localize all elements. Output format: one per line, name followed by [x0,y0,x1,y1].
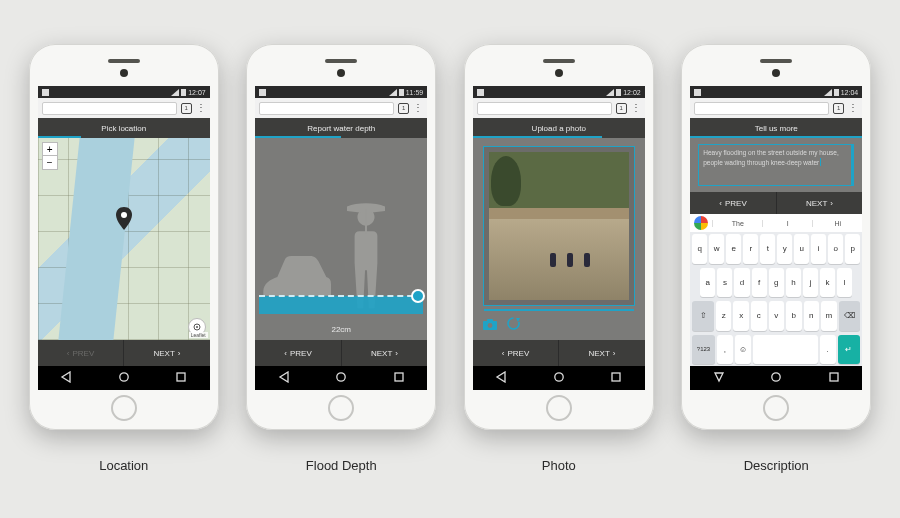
svg-point-3 [121,212,127,218]
key-g[interactable]: g [769,268,784,298]
next-button[interactable]: NEXT› [559,340,645,366]
svg-rect-12 [365,209,367,234]
phone-description: 12:04 1 ⋮ Tell us more Heavy flooding on… [681,44,871,430]
next-button[interactable]: NEXT› [342,340,428,366]
svg-point-14 [337,373,345,381]
next-button[interactable]: NEXT› [777,192,863,214]
back-icon[interactable] [495,369,507,387]
home-icon[interactable] [118,369,130,387]
suggestion[interactable]: I [762,220,812,227]
key-p[interactable]: p [845,234,860,264]
browser-menu-icon[interactable]: ⋮ [196,103,206,113]
key-v[interactable]: v [769,301,785,331]
zoom-in-button[interactable]: + [43,143,57,156]
rotate-photo-button[interactable] [507,316,520,334]
key-b[interactable]: b [786,301,802,331]
key-emoji[interactable]: ☺ [735,335,751,365]
tab-count[interactable]: 1 [833,103,844,114]
browser-menu-icon[interactable]: ⋮ [848,103,858,113]
url-bar[interactable] [477,102,612,115]
key-i[interactable]: i [811,234,826,264]
key-symbols[interactable]: ?123 [692,335,715,365]
key-e[interactable]: e [726,234,741,264]
key-space[interactable] [753,335,817,365]
svg-point-5 [196,326,198,328]
key-m[interactable]: m [821,301,837,331]
take-photo-button[interactable] [483,316,497,334]
tab-count[interactable]: 1 [181,103,192,114]
app-indicator-icon [477,89,484,96]
browser-menu-icon[interactable]: ⋮ [413,103,423,113]
slider-handle-icon[interactable] [411,289,425,303]
key-backspace[interactable]: ⌫ [839,301,861,331]
tab-count[interactable]: 1 [616,103,627,114]
tab-count[interactable]: 1 [398,103,409,114]
signal-icon [171,89,179,96]
prev-button[interactable]: ‹PREV [690,192,777,214]
key-r[interactable]: r [743,234,758,264]
url-bar[interactable] [259,102,394,115]
photo-preview[interactable] [483,146,635,306]
prev-button[interactable]: ‹PREV [255,340,342,366]
back-icon[interactable] [278,369,290,387]
home-icon[interactable] [335,369,347,387]
key-period[interactable]: . [820,335,836,365]
key-comma[interactable]: , [717,335,733,365]
suggestion[interactable]: Hi [812,220,862,227]
phone-depth: 11:59 1 ⋮ Report water depth [246,44,436,430]
back-icon[interactable] [713,369,725,387]
key-enter[interactable]: ↵ [838,335,861,365]
key-c[interactable]: c [751,301,767,331]
home-icon[interactable] [553,369,565,387]
svg-rect-16 [477,89,484,96]
caption-location: Location [99,458,148,473]
next-button[interactable]: NEXT› [124,340,210,366]
app-indicator-icon [42,89,49,96]
key-u[interactable]: u [794,234,809,264]
svg-marker-23 [497,372,505,382]
browser-menu-icon[interactable]: ⋮ [631,103,641,113]
step-header: Tell us more [690,118,862,138]
key-d[interactable]: d [734,268,749,298]
key-shift[interactable]: ⇧ [692,301,714,331]
key-f[interactable]: f [752,268,767,298]
key-t[interactable]: t [760,234,775,264]
key-h[interactable]: h [786,268,801,298]
map-water [58,138,134,340]
key-j[interactable]: j [803,268,818,298]
google-icon[interactable] [694,216,708,230]
svg-rect-9 [259,89,266,96]
key-q[interactable]: q [692,234,707,264]
key-s[interactable]: s [717,268,732,298]
water-level-slider[interactable] [259,296,423,314]
recents-icon[interactable] [175,369,187,387]
back-icon[interactable] [60,369,72,387]
home-icon[interactable] [770,369,782,387]
key-y[interactable]: y [777,234,792,264]
description-textarea[interactable]: Heavy flooding on the street outside my … [698,144,854,186]
key-l[interactable]: l [837,268,852,298]
recents-icon[interactable] [828,369,840,387]
map-canvas[interactable]: + − Leaflet [38,138,210,340]
suggestion[interactable]: The [712,220,762,227]
key-x[interactable]: x [733,301,749,331]
key-a[interactable]: a [700,268,715,298]
zoom-control[interactable]: + − [42,142,58,170]
zoom-out-button[interactable]: − [43,156,57,169]
url-bar[interactable] [694,102,829,115]
location-pin-icon[interactable] [115,207,133,231]
recents-icon[interactable] [610,369,622,387]
prev-button[interactable]: ‹PREV [473,340,560,366]
depth-value: 22cm [255,325,427,334]
phone-home-button [111,395,137,421]
key-w[interactable]: w [709,234,724,264]
svg-rect-8 [177,373,185,381]
url-bar[interactable] [42,102,177,115]
key-n[interactable]: n [804,301,820,331]
key-o[interactable]: o [828,234,843,264]
key-z[interactable]: z [716,301,732,331]
recents-icon[interactable] [393,369,405,387]
key-k[interactable]: k [820,268,835,298]
step-header: Upload a photo [473,118,645,138]
phone-location: 12:07 1 ⋮ Pick location + − [29,44,219,430]
